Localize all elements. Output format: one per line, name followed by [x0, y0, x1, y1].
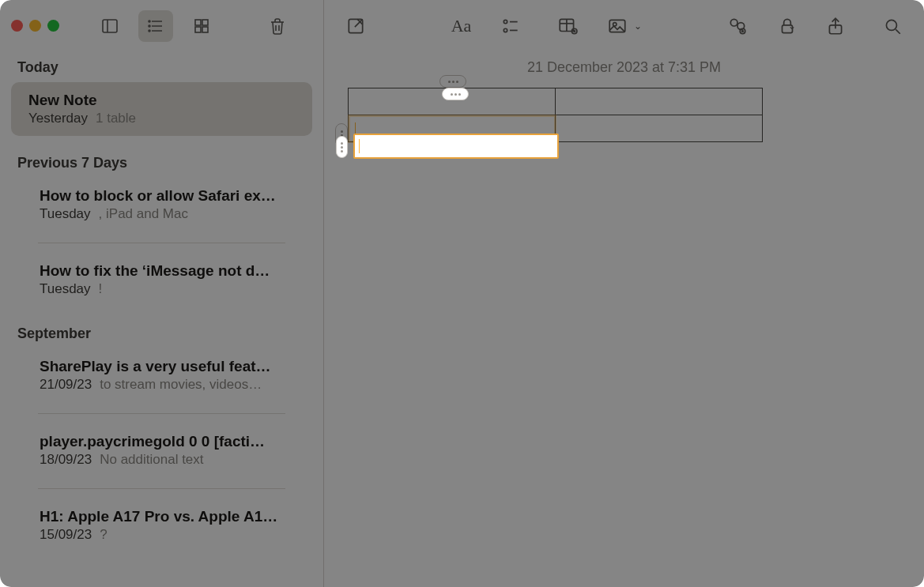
note-list-item[interactable]: player.paycrimegold 0 0 [facti…18/09/23N… [25, 423, 312, 477]
search-button[interactable] [875, 10, 910, 42]
compose-icon [345, 16, 366, 36]
app-window: TodayNew NoteYesterday1 tablePrevious 7 … [0, 0, 924, 587]
section-header: Previous 7 Days [0, 147, 323, 178]
divider [38, 243, 285, 243]
note-list-item[interactable]: How to fix the ‘iMessage not d…Tuesday! [25, 253, 312, 307]
table-cell[interactable] [349, 88, 556, 115]
text-caret [355, 122, 356, 137]
note-item-subtitle: Tuesday, iPad and Mac [40, 206, 301, 222]
list-icon [146, 17, 165, 36]
checklist-icon [500, 16, 521, 36]
list-view-button[interactable] [138, 10, 173, 42]
svg-point-15 [504, 20, 507, 23]
note-item-subtitle: Tuesday! [40, 281, 301, 297]
checklist-button[interactable] [493, 10, 528, 42]
inserted-table[interactable] [348, 88, 763, 142]
notes-sidebar: TodayNew NoteYesterday1 tablePrevious 7 … [0, 0, 324, 587]
notes-list: TodayNew NoteYesterday1 tablePrevious 7 … [0, 51, 323, 563]
note-editor: Aa ⌄ ⌄ [324, 0, 924, 587]
table-cell-active[interactable] [349, 115, 556, 142]
svg-point-7 [149, 30, 150, 32]
svg-point-27 [730, 19, 737, 26]
svg-rect-0 [103, 20, 117, 32]
note-item-subtitle: 21/09/23to stream movies, videos… [40, 377, 301, 393]
svg-point-34 [886, 20, 896, 30]
table-icon [557, 16, 578, 36]
grid-view-button[interactable] [184, 10, 219, 42]
insert-table-button[interactable] [550, 10, 585, 42]
note-item-title: H1: Apple A17 Pro vs. Apple A1… [40, 508, 301, 525]
format-button[interactable]: Aa [451, 16, 472, 36]
sidebar-icon [100, 17, 119, 36]
note-item-subtitle: 18/09/23No additional text [40, 452, 301, 468]
minimize-window-button[interactable] [29, 20, 41, 32]
note-item-title: How to block or allow Safari ex… [40, 187, 301, 205]
section-header: Today [0, 51, 323, 82]
close-window-button[interactable] [11, 20, 23, 32]
note-timestamp: 21 December 2023 at 7:31 PM [324, 59, 924, 76]
search-icon [882, 16, 903, 36]
note-item-title: SharePlay is a very useful feat… [40, 358, 301, 375]
titlebar-left [0, 0, 323, 51]
svg-point-6 [149, 25, 150, 27]
share-button[interactable] [818, 10, 853, 42]
table-cell[interactable] [556, 88, 763, 115]
toggle-sidebar-button[interactable] [92, 10, 127, 42]
note-item-title: player.paycrimegold 0 0 [facti… [40, 433, 301, 450]
divider [38, 488, 285, 489]
chevron-down-icon: ⌄ [634, 21, 642, 32]
svg-rect-10 [195, 27, 201, 32]
photo-icon [607, 16, 628, 36]
collaborate-icon [727, 16, 748, 36]
chevron-down-icon: ⌄ [788, 21, 796, 32]
note-canvas[interactable] [324, 76, 924, 587]
note-list-item[interactable]: SharePlay is a very useful feat…21/09/23… [25, 348, 312, 402]
note-list-item[interactable]: New NoteYesterday1 table [11, 82, 312, 136]
table-column-handle[interactable] [439, 75, 466, 88]
svg-line-35 [896, 29, 899, 33]
table-row-handle[interactable] [335, 123, 348, 147]
note-item-subtitle: 15/09/23? [40, 527, 301, 543]
svg-point-17 [504, 28, 507, 32]
delete-note-button[interactable] [260, 10, 295, 42]
svg-point-5 [149, 21, 150, 22]
note-item-subtitle: Yesterday1 table [28, 111, 295, 126]
share-icon [825, 16, 846, 36]
titlebar-right: Aa ⌄ ⌄ [324, 0, 924, 51]
maximize-window-button[interactable] [47, 20, 59, 32]
window-controls [11, 20, 59, 32]
lock-note-button[interactable]: ⌄ [777, 10, 796, 42]
table-cell[interactable] [556, 115, 763, 142]
note-list-item[interactable]: H1: Apple A17 Pro vs. Apple A1…15/09/23? [25, 499, 312, 552]
svg-rect-11 [202, 27, 208, 32]
note-item-title: New Note [28, 92, 295, 109]
new-note-button[interactable] [338, 10, 373, 42]
svg-rect-9 [202, 20, 208, 25]
divider [38, 413, 285, 414]
note-list-item[interactable]: How to block or allow Safari ex…Tuesday,… [25, 178, 312, 231]
note-item-title: How to fix the ‘iMessage not d… [40, 262, 301, 280]
grid-icon [192, 17, 211, 36]
collaborate-button[interactable] [720, 10, 755, 42]
svg-rect-8 [195, 20, 201, 25]
section-header: September [0, 318, 323, 348]
trash-icon [268, 17, 287, 36]
insert-media-button[interactable]: ⌄ [607, 10, 642, 42]
